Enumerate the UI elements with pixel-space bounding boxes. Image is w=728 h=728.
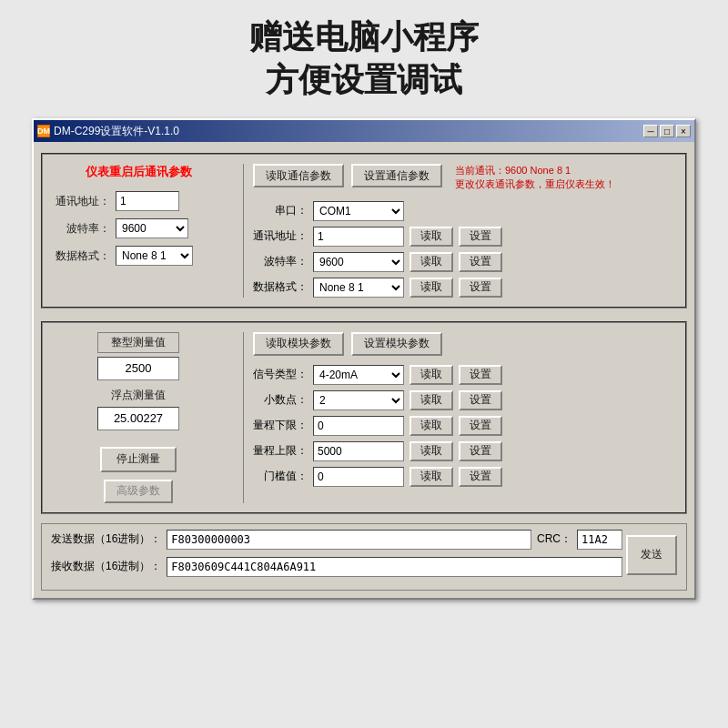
read-decimal-button[interactable]: 读取 <box>410 390 453 410</box>
read-comm-button[interactable]: 读取通信参数 <box>253 164 344 187</box>
restart-datafmt-select[interactable]: None 8 1 <box>116 246 193 266</box>
set-comm-button[interactable]: 设置通信参数 <box>351 164 442 187</box>
window-controls: ─ □ × <box>643 125 691 137</box>
comm-left: 仪表重启后通讯参数 通讯地址： 波特率： 9600 数据格式： <box>52 164 234 298</box>
current-comm-line1: 当前通讯：9600 None 8 1 <box>455 164 615 177</box>
comm-baud-right: 9600480019200 读取 设置 <box>313 252 676 272</box>
title-bar: DM DM-C299设置软件-V1.1.0 ─ □ × <box>34 120 694 142</box>
range-high-row: 量程上限： 读取 设置 <box>253 441 676 461</box>
int-measure-value: 2500 <box>97 357 179 380</box>
send-data-input[interactable] <box>167 530 531 550</box>
port-row: 串口： COM1COM2COM3 <box>253 201 676 221</box>
send-data-row: 发送数据（16进制）： CRC： <box>51 530 622 550</box>
current-comm-line2: 更改仪表通讯参数，重启仪表生效！ <box>455 177 615 191</box>
maximize-button[interactable]: □ <box>660 125 674 137</box>
restart-baud-select[interactable]: 9600 <box>116 218 188 238</box>
read-baud-button[interactable]: 读取 <box>410 252 453 272</box>
comm-left-title: 仪表重启后通讯参数 <box>52 164 225 180</box>
range-high-right: 读取 设置 <box>313 441 676 461</box>
set-range-high-button[interactable]: 设置 <box>459 441 502 461</box>
comm-datafmt-select[interactable]: None 8 1Even 8 1 <box>313 278 404 298</box>
send-data-label: 发送数据（16进制）： <box>51 531 161 547</box>
port-select[interactable]: COM1COM2COM3 <box>313 201 404 221</box>
decimal-row: 小数点： 0123 读取 设置 <box>253 390 676 410</box>
comm-panel: 仪表重启后通讯参数 通讯地址： 波特率： 9600 数据格式： <box>41 153 687 308</box>
set-module-button[interactable]: 设置模块参数 <box>351 332 442 356</box>
range-high-label: 量程上限： <box>253 443 308 459</box>
banner: 赠送电脑小程序 方便设置调试 <box>0 0 728 118</box>
range-low-input[interactable] <box>313 416 404 436</box>
comm-panel-inner: 仪表重启后通讯参数 通讯地址： 波特率： 9600 数据格式： <box>52 164 676 298</box>
window-content: 仪表重启后通讯参数 通讯地址： 波特率： 9600 数据格式： <box>34 142 694 598</box>
port-label: 串口： <box>253 203 308 218</box>
adv-params-button[interactable]: 高级参数 <box>104 480 173 503</box>
restart-datafmt-row: 数据格式： None 8 1 <box>52 246 225 266</box>
set-datafmt-button[interactable]: 设置 <box>459 278 502 298</box>
set-range-low-button[interactable]: 设置 <box>459 416 502 436</box>
set-decimal-button[interactable]: 设置 <box>459 390 502 410</box>
set-addr-button[interactable]: 设置 <box>459 227 502 247</box>
decimal-right: 0123 读取 设置 <box>313 390 676 410</box>
read-range-high-button[interactable]: 读取 <box>410 441 453 461</box>
comm-baud-select[interactable]: 9600480019200 <box>313 252 404 272</box>
threshold-right: 读取 设置 <box>313 467 676 487</box>
banner-line2: 方便设置调试 <box>266 59 462 102</box>
signal-type-right: 4-20mA0-20mA0-10V 读取 设置 <box>313 365 676 385</box>
module-left: 整型测量值 2500 浮点测量值 25.00227 停止测量 高级参数 <box>52 332 234 503</box>
comm-datafmt-right: None 8 1Even 8 1 读取 设置 <box>313 278 676 298</box>
data-panel: 发送数据（16进制）： CRC： 接收数据（16进制）： 发送 <box>41 523 687 591</box>
crc-input[interactable] <box>577 530 622 550</box>
set-threshold-button[interactable]: 设置 <box>459 467 502 487</box>
restart-baud-row: 波特率： 9600 <box>52 218 225 238</box>
decimal-label: 小数点： <box>253 392 308 408</box>
signal-type-label: 信号类型： <box>253 367 308 382</box>
stop-measure-button[interactable]: 停止测量 <box>100 447 177 472</box>
restart-addr-input[interactable] <box>116 191 179 211</box>
comm-addr-right: 读取 设置 <box>313 227 676 247</box>
read-signal-button[interactable]: 读取 <box>410 365 453 385</box>
threshold-label: 门槛值： <box>253 469 308 484</box>
recv-data-input[interactable] <box>167 557 622 577</box>
range-low-right: 读取 设置 <box>313 416 676 436</box>
read-addr-button[interactable]: 读取 <box>410 227 453 247</box>
port-right: COM1COM2COM3 <box>313 201 676 221</box>
restart-addr-row: 通讯地址： <box>52 191 225 211</box>
decimal-select[interactable]: 0123 <box>313 390 404 410</box>
restart-addr-label: 通讯地址： <box>52 194 116 209</box>
comm-baud-label: 波特率： <box>253 254 308 269</box>
module-right: 读取模块参数 设置模块参数 信号类型： 4-20mA0-20mA0-10V 读取… <box>253 332 676 503</box>
comm-addr-input[interactable] <box>313 227 404 247</box>
current-comm-info: 当前通讯：9600 None 8 1 更改仪表通讯参数，重启仪表生效！ <box>451 164 615 192</box>
float-measure-label: 浮点测量值 <box>111 388 166 403</box>
read-threshold-button[interactable]: 读取 <box>410 467 453 487</box>
minimize-button[interactable]: ─ <box>643 125 658 137</box>
comm-datafmt-row: 数据格式： None 8 1Even 8 1 读取 设置 <box>253 278 676 298</box>
range-low-label: 量程下限： <box>253 418 308 433</box>
range-high-input[interactable] <box>313 441 404 461</box>
range-low-row: 量程下限： 读取 设置 <box>253 416 676 436</box>
read-module-button[interactable]: 读取模块参数 <box>253 332 344 356</box>
read-datafmt-button[interactable]: 读取 <box>410 278 453 298</box>
comm-addr-row: 通讯地址： 读取 设置 <box>253 227 676 247</box>
int-measure-label: 整型测量值 <box>97 332 179 353</box>
float-measure-value: 25.00227 <box>97 407 179 430</box>
comm-baud-row: 波特率： 9600480019200 读取 设置 <box>253 252 676 272</box>
send-button[interactable]: 发送 <box>626 535 677 575</box>
recv-data-label: 接收数据（16进制）： <box>51 559 161 574</box>
app-window: DM DM-C299设置软件-V1.1.0 ─ □ × 仪表重启后通讯参数 通讯… <box>32 118 696 600</box>
restart-baud-label: 波特率： <box>52 221 116 237</box>
recv-data-row: 接收数据（16进制）： <box>51 557 622 577</box>
module-panel: 整型测量值 2500 浮点测量值 25.00227 停止测量 高级参数 读取模块… <box>41 321 687 514</box>
set-signal-button[interactable]: 设置 <box>459 365 502 385</box>
read-range-low-button[interactable]: 读取 <box>410 416 453 436</box>
title-bar-left: DM DM-C299设置软件-V1.1.0 <box>37 124 179 139</box>
signal-type-select[interactable]: 4-20mA0-20mA0-10V <box>313 365 404 385</box>
comm-divider <box>243 164 244 298</box>
set-baud-button[interactable]: 设置 <box>459 252 502 272</box>
crc-label: CRC： <box>537 531 571 547</box>
threshold-input[interactable] <box>313 467 404 487</box>
comm-right: 读取通信参数 设置通信参数 当前通讯：9600 None 8 1 更改仪表通讯参… <box>253 164 676 298</box>
restart-datafmt-label: 数据格式： <box>52 248 116 264</box>
comm-addr-label: 通讯地址： <box>253 228 308 244</box>
close-button[interactable]: × <box>676 125 691 137</box>
